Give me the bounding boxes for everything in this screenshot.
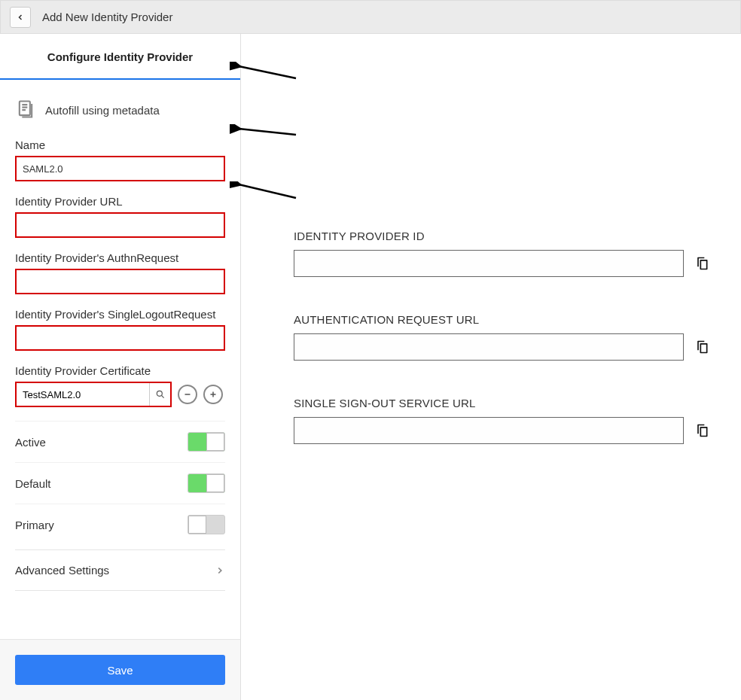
slo-label: Identity Provider's SingleLogoutRequest (15, 308, 225, 321)
autofill-label: Autofill using metadata (45, 104, 160, 117)
advanced-settings-row[interactable]: Advanced Settings (15, 549, 225, 591)
cert-search-button[interactable] (149, 383, 170, 406)
back-button[interactable] (10, 7, 31, 28)
chevron-right-icon (215, 565, 225, 576)
left-panel: Configure Identity Provider Autofill usi… (0, 34, 241, 700)
remove-cert-button[interactable] (178, 385, 197, 404)
copy-idp-id-button[interactable] (691, 253, 712, 274)
active-label: Active (15, 436, 46, 449)
document-icon (15, 99, 36, 122)
primary-toggle[interactable] (188, 515, 225, 534)
panel-tab-title: Configure Identity Provider (0, 34, 240, 80)
single-signout-url-input[interactable] (294, 417, 684, 444)
plus-icon (209, 390, 218, 399)
copy-icon (694, 256, 709, 271)
svg-line-6 (239, 66, 296, 78)
authn-input[interactable] (15, 269, 225, 294)
active-toggle[interactable] (188, 432, 225, 452)
copy-icon (694, 423, 709, 438)
svg-line-8 (239, 184, 296, 198)
authn-label: Identity Provider's AuthnRequest (15, 251, 225, 264)
single-signout-url-label: SINGLE SIGN-OUT SERVICE URL (294, 397, 712, 409)
save-button[interactable]: Save (15, 655, 225, 685)
minus-icon (183, 390, 192, 399)
cert-input[interactable] (23, 389, 149, 400)
add-cert-button[interactable] (203, 385, 223, 404)
advanced-settings-label: Advanced Settings (15, 564, 109, 577)
name-label: Name (15, 138, 225, 151)
copy-icon (694, 339, 709, 355)
auth-request-url-input[interactable] (294, 333, 684, 361)
svg-rect-0 (20, 102, 30, 116)
identity-provider-id-input[interactable] (294, 250, 684, 277)
default-toggle[interactable] (188, 473, 225, 493)
svg-point-1 (157, 391, 162, 396)
identity-provider-id-label: IDENTITY PROVIDER ID (294, 230, 712, 242)
autofill-row[interactable]: Autofill using metadata (15, 91, 225, 138)
copy-auth-url-button[interactable] (691, 336, 712, 358)
auth-request-url-label: AUTHENTICATION REQUEST URL (294, 313, 712, 326)
svg-line-7 (239, 129, 296, 135)
chevron-left-icon (16, 13, 25, 22)
page-title: Add New Identity Provider (42, 11, 172, 23)
default-label: Default (15, 477, 51, 490)
primary-label: Primary (15, 519, 54, 531)
idp-url-label: Identity Provider URL (15, 195, 225, 208)
idp-url-input[interactable] (15, 212, 225, 238)
right-panel: IDENTITY PROVIDER ID AUTHENTICATION REQU… (241, 34, 741, 700)
slo-input[interactable] (15, 325, 225, 351)
page-header: Add New Identity Provider (0, 0, 741, 34)
search-icon (155, 389, 166, 400)
name-input[interactable] (15, 156, 225, 181)
copy-sso-out-button[interactable] (691, 420, 712, 441)
cert-label: Identity Provider Certificate (15, 364, 225, 377)
svg-line-2 (161, 395, 163, 397)
